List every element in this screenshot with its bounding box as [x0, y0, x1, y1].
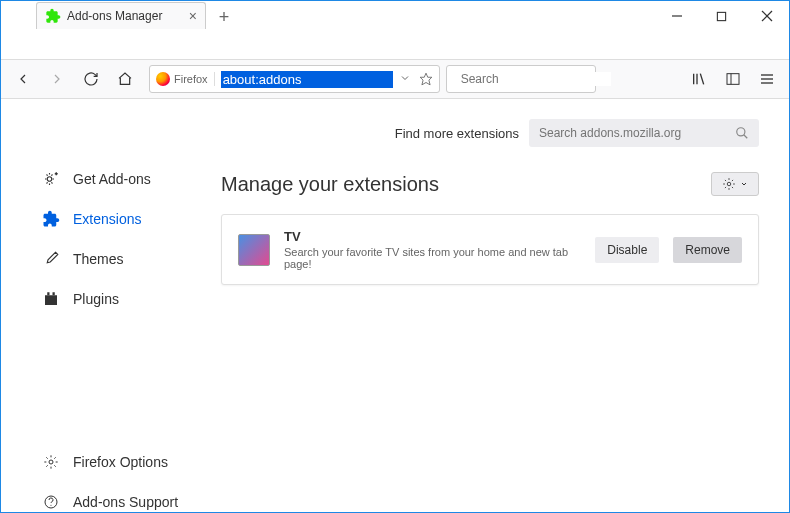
url-bar[interactable]: Firefox: [149, 65, 440, 93]
find-extensions-input[interactable]: [539, 126, 727, 140]
plugin-icon: [41, 289, 61, 309]
help-icon: [41, 492, 61, 512]
sidebar-item-plugins[interactable]: Plugins: [31, 279, 211, 319]
puzzle-icon: [41, 209, 61, 229]
sidebar-item-get-addons[interactable]: Get Add-ons: [31, 159, 211, 199]
firefox-icon: [156, 72, 170, 86]
brush-icon: [41, 249, 61, 269]
close-tab-icon[interactable]: ×: [189, 8, 197, 24]
sidebar-firefox-options[interactable]: Firefox Options: [31, 442, 211, 482]
sidebar-item-label: Themes: [73, 251, 124, 267]
svg-rect-1: [717, 12, 725, 20]
sidebar-item-label: Extensions: [73, 211, 141, 227]
minimize-button[interactable]: [654, 1, 699, 31]
svg-point-23: [50, 505, 51, 506]
svg-point-15: [47, 177, 52, 182]
extension-info: TV Search your favorite TV sites from yo…: [284, 229, 581, 270]
svg-rect-18: [45, 295, 57, 305]
sidebar-addons-support[interactable]: Add-ons Support: [31, 482, 211, 513]
close-button[interactable]: [744, 1, 789, 31]
remove-button[interactable]: Remove: [673, 237, 742, 263]
sidebar-item-label: Add-ons Support: [73, 494, 178, 510]
sidebar-item-extensions[interactable]: Extensions: [31, 199, 211, 239]
back-button[interactable]: [9, 65, 37, 93]
svg-marker-4: [420, 73, 432, 85]
forward-button[interactable]: [43, 65, 71, 93]
content-area: Get Add-ons Extensions Themes Plugins Fi…: [1, 99, 789, 513]
url-input[interactable]: [221, 71, 393, 88]
svg-rect-20: [53, 292, 55, 295]
svg-point-26: [727, 182, 731, 186]
search-input[interactable]: [461, 72, 611, 86]
extension-name: TV: [284, 229, 581, 244]
addon-icon: [45, 8, 61, 24]
svg-line-25: [744, 135, 748, 139]
new-tab-button[interactable]: +: [210, 5, 238, 29]
search-bar[interactable]: [446, 65, 596, 93]
identity-box[interactable]: Firefox: [156, 72, 215, 86]
dropdown-icon[interactable]: [399, 72, 411, 84]
svg-line-9: [700, 74, 703, 85]
extension-icon: [238, 234, 270, 266]
tab-title: Add-ons Manager: [67, 9, 162, 23]
library-button[interactable]: [685, 65, 713, 93]
reload-button[interactable]: [77, 65, 105, 93]
nav-toolbar: Firefox: [1, 59, 789, 99]
svg-rect-19: [47, 292, 49, 295]
tab-strip: Add-ons Manager × +: [1, 1, 639, 29]
find-extensions-row: Find more extensions: [221, 119, 759, 147]
gear-icon: [41, 452, 61, 472]
find-extensions-search[interactable]: [529, 119, 759, 147]
sidebar-item-label: Get Add-ons: [73, 171, 151, 187]
browser-tab[interactable]: Add-ons Manager ×: [36, 2, 206, 29]
disable-button[interactable]: Disable: [595, 237, 659, 263]
page-heading: Manage your extensions: [221, 173, 439, 196]
bookmark-star-icon[interactable]: [419, 72, 433, 86]
heading-row: Manage your extensions: [221, 172, 759, 196]
main-panel: Find more extensions Manage your extensi…: [211, 99, 789, 513]
sidebar-item-themes[interactable]: Themes: [31, 239, 211, 279]
tools-menu-button[interactable]: [711, 172, 759, 196]
sidebar-item-label: Plugins: [73, 291, 119, 307]
maximize-button[interactable]: [699, 1, 744, 31]
svg-rect-10: [727, 74, 739, 85]
extension-description: Search your favorite TV sites from your …: [284, 246, 581, 270]
sidebar-item-label: Firefox Options: [73, 454, 168, 470]
menu-button[interactable]: [753, 65, 781, 93]
identity-label: Firefox: [174, 73, 208, 85]
search-icon: [735, 126, 749, 140]
gear-plus-icon: [41, 169, 61, 189]
svg-point-24: [737, 128, 745, 136]
sidebar: Get Add-ons Extensions Themes Plugins Fi…: [1, 99, 211, 513]
home-button[interactable]: [111, 65, 139, 93]
sidebar-button[interactable]: [719, 65, 747, 93]
gear-icon: [722, 177, 736, 191]
find-extensions-label: Find more extensions: [395, 126, 519, 141]
extension-card[interactable]: TV Search your favorite TV sites from yo…: [221, 214, 759, 285]
svg-point-21: [49, 460, 53, 464]
chevron-down-icon: [740, 180, 748, 188]
